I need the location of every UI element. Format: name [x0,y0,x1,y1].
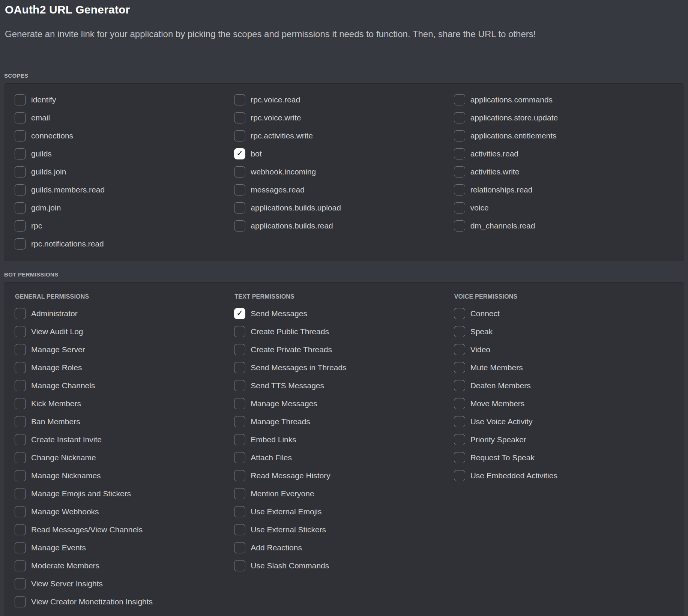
perm-voice-video-checkbox[interactable] [454,344,465,355]
scope-rpc-voice-read-checkbox[interactable] [234,94,245,105]
perm-general-administrator-row[interactable]: Administrator [15,308,234,319]
scope-identify-checkbox[interactable] [15,94,26,105]
scope-bot-row[interactable]: ✓bot [234,148,454,159]
perm-voice-priority-speaker-checkbox[interactable] [454,434,465,445]
perm-general-manage-nicknames-row[interactable]: Manage Nicknames [15,470,234,481]
perm-text-use-external-emojis-checkbox[interactable] [234,506,245,517]
scope-guilds-checkbox[interactable] [15,148,26,159]
perm-voice-deafen-members-row[interactable]: Deafen Members [454,380,673,391]
perm-text-use-slash-commands-checkbox[interactable] [234,560,245,571]
perm-general-moderate-members-checkbox[interactable] [15,560,26,571]
perm-text-use-external-stickers-checkbox[interactable] [234,524,245,535]
perm-voice-mute-members-checkbox[interactable] [454,362,465,373]
perm-general-view-audit-log-checkbox[interactable] [15,326,26,337]
scope-activities-write-row[interactable]: activities.write [454,166,673,177]
perm-voice-move-members-checkbox[interactable] [454,398,465,409]
perm-text-use-external-stickers-row[interactable]: Use External Stickers [234,524,454,535]
perm-general-view-audit-log-row[interactable]: View Audit Log [15,326,234,337]
perm-voice-use-embedded-activities-row[interactable]: Use Embedded Activities [454,470,673,481]
scope-email-checkbox[interactable] [15,112,26,123]
perm-voice-deafen-members-checkbox[interactable] [454,380,465,391]
scope-bot-checkbox[interactable]: ✓ [234,148,245,159]
scope-applications-builds-read-row[interactable]: applications.builds.read [234,220,454,231]
perm-text-create-public-threads-row[interactable]: Create Public Threads [234,326,454,337]
perm-text-create-public-threads-checkbox[interactable] [234,326,245,337]
perm-general-view-creator-monetization-insights-row[interactable]: View Creator Monetization Insights [15,596,234,607]
perm-general-manage-roles-checkbox[interactable] [15,362,26,373]
perm-general-ban-members-checkbox[interactable] [15,416,26,427]
perm-general-change-nickname-row[interactable]: Change Nickname [15,452,234,463]
perm-text-embed-links-row[interactable]: Embed Links [234,434,454,445]
perm-voice-request-to-speak-checkbox[interactable] [454,452,465,463]
perm-text-send-tts-messages-checkbox[interactable] [234,380,245,391]
perm-text-attach-files-row[interactable]: Attach Files [234,452,454,463]
scope-voice-row[interactable]: voice [454,202,673,213]
perm-voice-use-embedded-activities-checkbox[interactable] [454,470,465,481]
scope-messages-read-checkbox[interactable] [234,184,245,195]
perm-general-view-server-insights-row[interactable]: View Server Insights [15,578,234,589]
perm-voice-speak-checkbox[interactable] [454,326,465,337]
perm-general-read-messages-view-channels-checkbox[interactable] [15,524,26,535]
scope-rpc-activities-write-row[interactable]: rpc.activities.write [234,130,454,141]
scope-applications-builds-upload-checkbox[interactable] [234,202,245,213]
perm-general-manage-server-row[interactable]: Manage Server [15,344,234,355]
scope-applications-store-update-checkbox[interactable] [454,112,465,123]
scope-voice-checkbox[interactable] [454,202,465,213]
scope-guilds-row[interactable]: guilds [15,148,234,159]
scope-guilds-members-read-row[interactable]: guilds.members.read [15,184,234,195]
perm-general-manage-server-checkbox[interactable] [15,344,26,355]
perm-general-ban-members-row[interactable]: Ban Members [15,416,234,427]
scope-relationships-read-row[interactable]: relationships.read [454,184,673,195]
scope-applications-commands-row[interactable]: applications.commands [454,94,673,105]
scope-dm-channels-read-row[interactable]: dm_channels.read [454,220,673,231]
perm-general-view-server-insights-checkbox[interactable] [15,578,26,589]
scope-guilds-members-read-checkbox[interactable] [15,184,26,195]
perm-text-send-messages-row[interactable]: ✓Send Messages [234,308,454,319]
perm-text-add-reactions-checkbox[interactable] [234,542,245,553]
perm-text-create-private-threads-checkbox[interactable] [234,344,245,355]
perm-voice-use-voice-activity-row[interactable]: Use Voice Activity [454,416,673,427]
perm-general-manage-emojis-and-stickers-row[interactable]: Manage Emojis and Stickers [15,488,234,499]
scope-webhook-incoming-checkbox[interactable] [234,166,245,177]
perm-text-use-slash-commands-row[interactable]: Use Slash Commands [234,560,454,571]
perm-general-manage-channels-row[interactable]: Manage Channels [15,380,234,391]
scope-applications-builds-read-checkbox[interactable] [234,220,245,231]
perm-text-add-reactions-row[interactable]: Add Reactions [234,542,454,553]
perm-general-kick-members-row[interactable]: Kick Members [15,398,234,409]
perm-voice-use-voice-activity-checkbox[interactable] [454,416,465,427]
scope-activities-write-checkbox[interactable] [454,166,465,177]
scope-identify-row[interactable]: identify [15,94,234,105]
scope-gdm-join-row[interactable]: gdm.join [15,202,234,213]
perm-general-create-instant-invite-checkbox[interactable] [15,434,26,445]
perm-text-send-tts-messages-row[interactable]: Send TTS Messages [234,380,454,391]
perm-voice-move-members-row[interactable]: Move Members [454,398,673,409]
perm-general-read-messages-view-channels-row[interactable]: Read Messages/View Channels [15,524,234,535]
perm-general-manage-nicknames-checkbox[interactable] [15,470,26,481]
perm-text-manage-messages-checkbox[interactable] [234,398,245,409]
perm-general-view-creator-monetization-insights-checkbox[interactable] [15,596,26,607]
perm-voice-priority-speaker-row[interactable]: Priority Speaker [454,434,673,445]
scope-activities-read-checkbox[interactable] [454,148,465,159]
scope-applications-builds-upload-row[interactable]: applications.builds.upload [234,202,454,213]
perm-general-moderate-members-row[interactable]: Moderate Members [15,560,234,571]
perm-text-manage-threads-checkbox[interactable] [234,416,245,427]
scope-messages-read-row[interactable]: messages.read [234,184,454,195]
perm-text-attach-files-checkbox[interactable] [234,452,245,463]
perm-voice-request-to-speak-row[interactable]: Request To Speak [454,452,673,463]
scope-rpc-row[interactable]: rpc [15,220,234,231]
perm-general-create-instant-invite-row[interactable]: Create Instant Invite [15,434,234,445]
perm-text-mention-everyone-checkbox[interactable] [234,488,245,499]
scope-rpc-voice-write-row[interactable]: rpc.voice.write [234,112,454,123]
perm-general-manage-events-checkbox[interactable] [15,542,26,553]
scope-applications-commands-checkbox[interactable] [454,94,465,105]
scope-rpc-voice-write-checkbox[interactable] [234,112,245,123]
perm-general-manage-emojis-and-stickers-checkbox[interactable] [15,488,26,499]
perm-general-manage-webhooks-checkbox[interactable] [15,506,26,517]
perm-text-mention-everyone-row[interactable]: Mention Everyone [234,488,454,499]
perm-text-manage-messages-row[interactable]: Manage Messages [234,398,454,409]
perm-text-use-external-emojis-row[interactable]: Use External Emojis [234,506,454,517]
perm-voice-connect-row[interactable]: Connect [454,308,673,319]
perm-general-manage-events-row[interactable]: Manage Events [15,542,234,553]
perm-text-create-private-threads-row[interactable]: Create Private Threads [234,344,454,355]
scope-dm-channels-read-checkbox[interactable] [454,220,465,231]
